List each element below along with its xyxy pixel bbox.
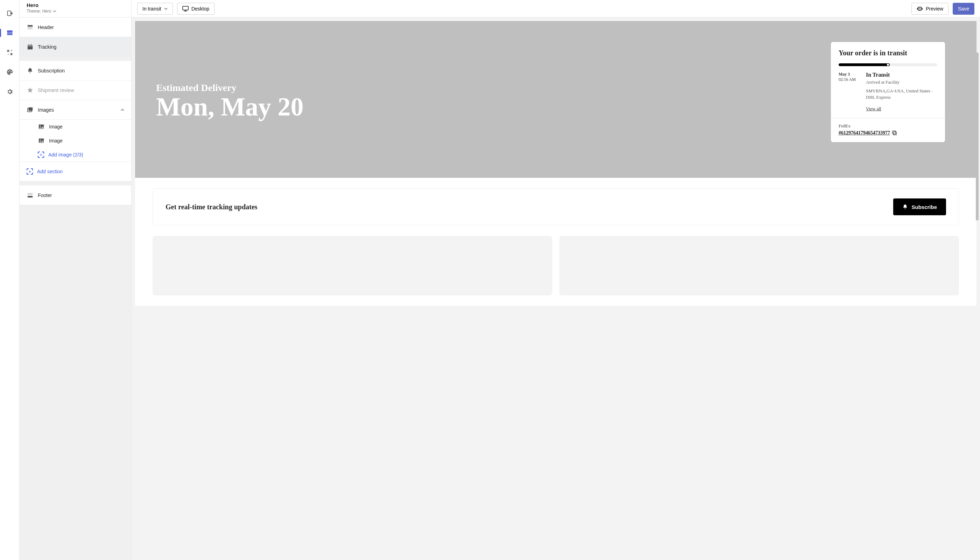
svg-rect-2	[7, 33, 12, 33]
tracking-number-text: #61297641794654733977	[838, 130, 890, 136]
theme-name: Hero	[42, 9, 52, 13]
section-shipment-review-label: Shipment review	[38, 88, 74, 93]
svg-point-21	[40, 140, 41, 141]
tracking-card-title: Your order is in transit	[838, 49, 937, 57]
device-toggle[interactable]: Desktop	[177, 3, 215, 15]
subscribe-title: Get real-time tracking updates	[165, 203, 257, 211]
header-icon	[27, 24, 33, 31]
svg-rect-26	[185, 10, 186, 11]
eye-icon	[917, 6, 923, 11]
save-button-label: Save	[958, 6, 969, 12]
svg-point-8	[10, 71, 12, 72]
tracking-number[interactable]: #61297641794654733977	[838, 130, 897, 136]
image-placeholder-1	[153, 236, 552, 295]
topbar: In transit Desktop Preview Save	[132, 0, 980, 18]
tracking-view-all[interactable]: View all	[866, 106, 881, 112]
add-image-button[interactable]: + Add image (2/3)	[38, 148, 131, 162]
bell-icon	[902, 204, 908, 210]
tracking-location: SMYRNA,GA-USA, United States · DHL Expre…	[866, 88, 937, 100]
chevron-down-icon	[164, 7, 168, 10]
preview-button[interactable]: Preview	[912, 3, 948, 15]
svg-rect-24	[28, 196, 33, 197]
section-tracking[interactable]: Tracking	[20, 37, 131, 57]
sections-sidebar: Header Tracking Subscription Shipment re…	[20, 18, 131, 560]
desktop-icon	[182, 6, 188, 12]
scrollbar-thumb[interactable]	[976, 52, 978, 220]
hero-section: Estimated Delivery Mon, May 20 Your orde…	[135, 21, 977, 178]
footer-icon	[27, 192, 33, 199]
svg-rect-10	[28, 27, 33, 28]
svg-rect-27	[184, 11, 187, 11]
add-icon: +	[27, 168, 33, 175]
image-icon	[38, 137, 45, 144]
svg-rect-17	[29, 107, 33, 111]
section-footer[interactable]: Footer	[20, 185, 131, 205]
preview-button-label: Preview	[926, 6, 943, 12]
svg-rect-23	[28, 194, 33, 195]
tracking-progress	[838, 63, 937, 66]
section-subscription-label: Subscription	[38, 68, 65, 73]
image-item-2[interactable]: Image	[38, 134, 131, 148]
svg-rect-29	[893, 132, 897, 135]
section-header[interactable]: Header	[20, 18, 131, 37]
subscribe-button[interactable]: Subscribe	[893, 198, 946, 215]
svg-rect-1	[7, 30, 12, 32]
svg-point-6	[8, 71, 9, 72]
device-toggle-label: Desktop	[192, 6, 209, 12]
nav-theme[interactable]	[0, 62, 19, 82]
add-section-button[interactable]: + Add section	[20, 162, 131, 181]
section-footer-label: Footer	[38, 192, 52, 198]
page-title: Hero	[27, 2, 124, 8]
calendar-icon	[27, 43, 33, 50]
svg-point-7	[9, 70, 10, 72]
image-icon	[38, 123, 45, 130]
svg-rect-13	[28, 45, 33, 46]
exit-button[interactable]	[0, 3, 19, 23]
section-images-label: Images	[38, 107, 54, 113]
subscribe-card: Get real-time tracking updates Subscribe	[153, 188, 959, 225]
svg-rect-4	[7, 50, 9, 52]
page-header: Hero Theme: Hero	[20, 0, 131, 18]
preview-canvas[interactable]: Estimated Delivery Mon, May 20 Your orde…	[132, 18, 980, 560]
image-item-1-label: Image	[49, 124, 63, 130]
subscribe-button-label: Subscribe	[912, 204, 937, 210]
chevron-up-icon	[121, 108, 124, 112]
add-icon: +	[38, 152, 44, 158]
svg-rect-30	[892, 131, 896, 134]
tracking-status: In Transit	[866, 72, 937, 78]
section-tracking-label: Tracking	[38, 44, 57, 50]
svg-rect-25	[183, 6, 188, 10]
section-subscription[interactable]: Subscription	[20, 61, 131, 80]
image-item-1[interactable]: Image	[38, 120, 131, 134]
svg-rect-9	[28, 25, 33, 27]
svg-point-28	[919, 8, 920, 10]
add-image-label: Add image (2/3)	[48, 152, 83, 158]
theme-selector[interactable]: Theme: Hero	[27, 9, 124, 13]
section-shipment-review[interactable]: Shipment review	[20, 80, 131, 100]
nav-settings[interactable]	[0, 82, 19, 102]
save-button[interactable]: Save	[953, 3, 974, 15]
svg-rect-3	[7, 34, 12, 35]
tracking-card: Your order is in transit May 3 02:16 AM …	[831, 42, 945, 142]
nav-sections[interactable]	[0, 23, 19, 43]
chevron-down-icon	[53, 10, 57, 13]
svg-rect-14	[29, 44, 29, 45]
add-section-label: Add section	[37, 169, 63, 174]
nav-blocks[interactable]	[0, 43, 19, 62]
theme-prefix: Theme:	[27, 9, 41, 13]
star-icon	[27, 87, 33, 94]
images-section	[153, 236, 959, 295]
status-dropdown[interactable]: In transit	[137, 3, 173, 15]
svg-rect-15	[31, 44, 32, 45]
section-images[interactable]: Images	[20, 100, 131, 120]
copy-icon[interactable]	[892, 130, 897, 135]
tracking-carrier: FedEx	[838, 123, 937, 129]
section-header-label: Header	[38, 25, 54, 30]
bell-icon	[27, 67, 33, 74]
tracking-date: May 3	[838, 72, 860, 77]
tracking-substatus: Arrived at Facility	[866, 80, 937, 85]
tracking-time: 02:16 AM	[838, 77, 860, 82]
svg-rect-22	[28, 193, 33, 193]
svg-rect-5	[10, 53, 12, 55]
status-dropdown-label: In transit	[142, 6, 162, 12]
